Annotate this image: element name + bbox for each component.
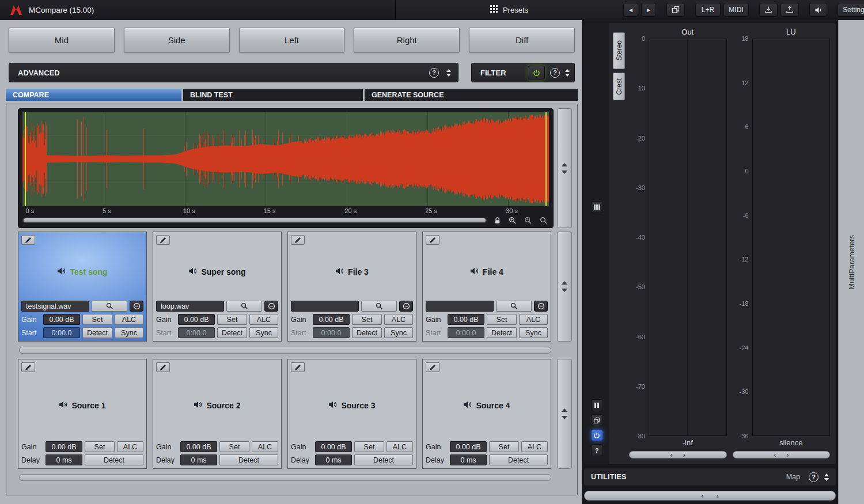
delay-value[interactable]: 0 ms bbox=[46, 454, 82, 465]
set-button[interactable]: Set bbox=[352, 314, 382, 325]
set-button[interactable]: Set bbox=[85, 441, 115, 452]
filter-bar[interactable]: FILTER ? bbox=[471, 63, 575, 82]
tab-crest[interactable]: Crest bbox=[613, 73, 625, 100]
output-limiter-icon[interactable] bbox=[809, 3, 827, 17]
filename-field[interactable] bbox=[426, 301, 494, 312]
waveform-resize-spinner[interactable] bbox=[557, 108, 572, 228]
delay-value[interactable]: 0 ms bbox=[315, 454, 352, 465]
pencil-icon[interactable] bbox=[156, 235, 170, 245]
channel-right-button[interactable]: Right bbox=[354, 28, 460, 52]
zoom-out-icon[interactable] bbox=[523, 216, 533, 225]
source-slot-3[interactable]: Source 3 Gain 0.00 dB Set ALC Delay 0 ms… bbox=[287, 359, 416, 469]
detach-window-icon[interactable] bbox=[591, 414, 603, 426]
sources-scrollbar[interactable] bbox=[19, 474, 551, 481]
detect-button[interactable]: Detect bbox=[489, 454, 548, 465]
advanced-help-icon[interactable]: ? bbox=[429, 68, 439, 78]
sync-button[interactable]: Sync bbox=[115, 327, 143, 338]
lu-meter-range-slider[interactable]: ‹ › bbox=[733, 451, 831, 458]
tab-generate-source[interactable]: GENERATE SOURCE bbox=[365, 89, 578, 101]
sources-resize-spinner[interactable] bbox=[557, 359, 572, 469]
meter-help-icon[interactable]: ? bbox=[591, 444, 603, 456]
filename-field[interactable]: loop.wav bbox=[156, 301, 224, 312]
advanced-bar[interactable]: ADVANCED ? bbox=[9, 63, 458, 82]
alc-button[interactable]: ALC bbox=[521, 441, 548, 452]
set-button[interactable]: Set bbox=[217, 314, 247, 325]
alc-button[interactable]: ALC bbox=[519, 314, 548, 325]
sync-button[interactable]: Sync bbox=[519, 327, 548, 338]
tab-blind-test[interactable]: BLIND TEST bbox=[183, 89, 363, 101]
filter-spinner[interactable] bbox=[565, 69, 570, 77]
remove-icon[interactable] bbox=[264, 301, 278, 312]
panel-width-slider[interactable]: ‹ › bbox=[584, 491, 836, 501]
zoom-reset-icon[interactable] bbox=[539, 216, 549, 225]
slots-scrollbar[interactable] bbox=[19, 347, 551, 354]
pencil-icon[interactable] bbox=[426, 362, 439, 372]
browse-icon[interactable] bbox=[496, 301, 532, 312]
waveform-display[interactable] bbox=[22, 112, 549, 206]
next-preset-button[interactable]: ▶ bbox=[641, 3, 656, 17]
utilities-bar[interactable]: UTILITIES Map ? bbox=[584, 468, 836, 486]
delay-value[interactable]: 0 ms bbox=[180, 454, 217, 465]
utilities-spinner[interactable] bbox=[824, 473, 829, 481]
tab-stereo[interactable]: Stereo bbox=[613, 32, 625, 69]
tab-compare[interactable]: COMPARE bbox=[6, 89, 181, 101]
out-meter-bars[interactable] bbox=[649, 39, 727, 436]
detect-button[interactable]: Detect bbox=[82, 327, 112, 338]
set-button[interactable]: Set bbox=[82, 314, 112, 325]
start-value[interactable]: 0:00.0 bbox=[448, 327, 484, 338]
alc-button[interactable]: ALC bbox=[384, 314, 413, 325]
alc-button[interactable]: ALC bbox=[249, 314, 278, 325]
detect-button[interactable]: Detect bbox=[219, 454, 278, 465]
sync-button[interactable]: Sync bbox=[384, 327, 413, 338]
pencil-icon[interactable] bbox=[291, 235, 305, 245]
remove-icon[interactable] bbox=[130, 301, 143, 312]
filename-field[interactable] bbox=[291, 301, 359, 312]
set-button[interactable]: Set bbox=[354, 441, 384, 452]
channel-mid-button[interactable]: Mid bbox=[9, 28, 115, 52]
start-value[interactable]: 0:00.0 bbox=[43, 327, 80, 338]
waveform-scrollbar[interactable] bbox=[22, 218, 487, 223]
multiparameters-panel-handle[interactable]: MultiParameters bbox=[838, 20, 864, 504]
detect-button[interactable]: Detect bbox=[487, 327, 517, 338]
set-button[interactable]: Set bbox=[487, 314, 517, 325]
gain-value[interactable]: 0.00 dB bbox=[178, 314, 215, 325]
zoom-in-icon[interactable] bbox=[507, 216, 518, 225]
file-slot-super-song[interactable]: Super song loop.wav Gain 0.00 dB Set ALC… bbox=[153, 232, 282, 342]
gain-value[interactable]: 0.00 dB bbox=[180, 441, 217, 452]
gain-value[interactable]: 0.00 dB bbox=[46, 441, 82, 452]
remove-icon[interactable] bbox=[399, 301, 413, 312]
gain-value[interactable]: 0.00 dB bbox=[448, 314, 484, 325]
midi-button[interactable]: MIDI bbox=[723, 3, 749, 17]
map-button[interactable]: Map bbox=[786, 473, 800, 481]
channel-side-button[interactable]: Side bbox=[124, 28, 230, 52]
source-slot-1[interactable]: Source 1 Gain 0.00 dB Set ALC Delay 0 ms… bbox=[18, 359, 147, 469]
gain-value[interactable]: 0.00 dB bbox=[43, 314, 80, 325]
remove-icon[interactable] bbox=[534, 301, 548, 312]
lock-icon[interactable] bbox=[492, 216, 502, 225]
sync-button[interactable]: Sync bbox=[249, 327, 278, 338]
pencil-icon[interactable] bbox=[21, 235, 35, 245]
import-icon[interactable] bbox=[759, 3, 778, 17]
out-meter-range-slider[interactable]: ‹ › bbox=[629, 451, 727, 458]
pencil-icon[interactable] bbox=[21, 362, 35, 372]
file-slot-4[interactable]: File 4 Gain 0.00 dB Set ALC Start 0:00.0… bbox=[422, 232, 551, 342]
presets-button[interactable]: Presets bbox=[395, 0, 623, 20]
source-slot-4[interactable]: Source 4 Gain 0.00 dB Set ALC Delay 0 ms… bbox=[422, 359, 551, 469]
settings-button[interactable]: Settings bbox=[838, 3, 864, 17]
delay-value[interactable]: 0 ms bbox=[450, 454, 487, 465]
browse-icon[interactable] bbox=[361, 301, 397, 312]
set-button[interactable]: Set bbox=[489, 441, 519, 452]
detect-button[interactable]: Detect bbox=[352, 327, 382, 338]
lu-meter-bars[interactable] bbox=[752, 39, 831, 436]
pencil-icon[interactable] bbox=[426, 235, 439, 245]
export-icon[interactable] bbox=[780, 3, 799, 17]
filename-field[interactable]: testsignal.wav bbox=[21, 301, 89, 312]
pause-icon[interactable] bbox=[591, 399, 603, 411]
pencil-icon[interactable] bbox=[291, 362, 305, 372]
filter-help-icon[interactable]: ? bbox=[550, 68, 560, 78]
alc-button[interactable]: ALC bbox=[252, 441, 278, 452]
source-slot-2[interactable]: Source 2 Gain 0.00 dB Set ALC Delay 0 ms… bbox=[153, 359, 282, 469]
channel-left-button[interactable]: Left bbox=[239, 28, 345, 52]
slots-resize-spinner[interactable] bbox=[557, 232, 572, 342]
meter-power-button[interactable] bbox=[591, 429, 603, 441]
